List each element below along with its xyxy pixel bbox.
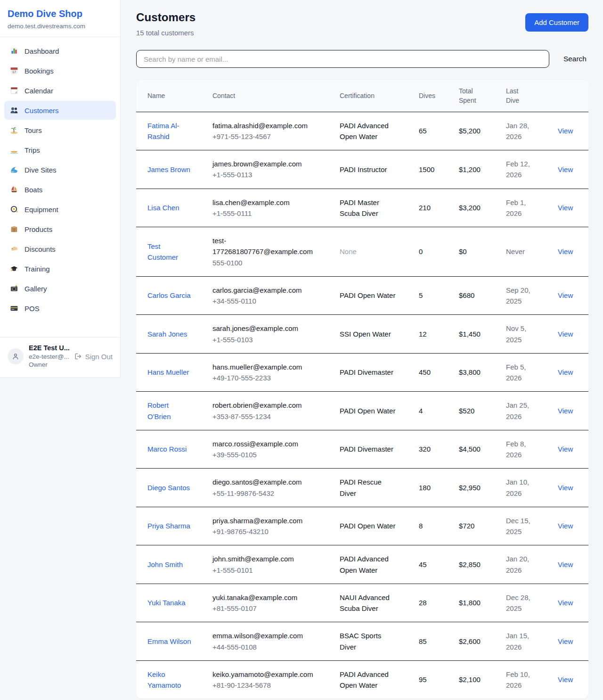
sidebar: Demo Dive Shop demo.test.divestreams.com… [0,0,121,378]
sidebar-item-tours[interactable]: Tours [4,121,116,140]
sidebar-item-calendar[interactable]: Calendar [4,81,116,100]
customer-name-link[interactable]: Hans Mueller [147,367,189,378]
table-row: Carlos Garcia carlos.garcia@example.com … [136,276,588,315]
sidebar-item-customers[interactable]: Customers [4,101,116,120]
customer-email: robert.obrien@example.com [212,400,322,411]
customer-last-dive: Never [506,246,525,257]
sidebar-item-dive-sites[interactable]: Dive Sites [4,160,116,179]
search-input[interactable] [136,50,549,68]
view-customer-link[interactable]: View [558,247,573,255]
customer-certification: NAUI Advanced Scuba Diver [340,592,398,614]
main-content: Customers 15 total customers Add Custome… [121,0,603,699]
table-row: Diego Santos diego.santos@example.com +5… [136,469,588,507]
customer-total-spent: $680 [459,291,474,299]
view-customer-link[interactable]: View [558,484,573,492]
customer-dives: 95 [419,675,427,684]
sign-out-button[interactable]: Sign Out [74,353,113,361]
customer-email: lisa.chen@example.com [212,197,322,208]
view-customer-link[interactable]: View [558,291,573,299]
customer-dives: 8 [419,522,423,530]
customer-last-dive: Feb 10, 2026 [506,669,533,691]
customer-total-spent: $2,950 [459,484,481,492]
customer-certification: PADI Advanced Open Water [340,120,398,142]
search-button[interactable]: Search [562,55,588,63]
column-header-actions [552,80,588,112]
customer-email: carlos.garcia@example.com [212,285,322,296]
sidebar-item-training[interactable]: Training [4,259,116,278]
customer-name-link[interactable]: Lisa Chen [147,202,179,213]
view-customer-link[interactable]: View [558,407,573,415]
view-customer-link[interactable]: View [558,445,573,453]
view-customer-link[interactable]: View [558,522,573,530]
view-customer-link[interactable]: View [558,637,573,645]
customer-name-link[interactable]: Robert O'Brien [147,400,191,422]
customer-certification: PADI Open Water [340,520,395,531]
customer-total-spent: $1,800 [459,599,481,607]
sidebar-item-gallery[interactable]: Gallery [4,279,116,298]
customers-table-card: NameContactCertificationDivesTotal Spent… [136,80,588,699]
customer-total-spent: $2,100 [459,675,481,684]
customer-dives: 1500 [419,165,434,173]
sidebar-item-trips[interactable]: Trips [4,140,116,159]
customer-total-spent: $2,600 [459,637,481,645]
products-icon [10,225,18,233]
table-row: Lisa Chen lisa.chen@example.com +1-555-0… [136,189,588,227]
customer-name-link[interactable]: Emma Wilson [147,636,191,647]
customer-total-spent: $5,200 [459,127,481,135]
customer-last-dive: Jan 28, 2026 [506,120,533,142]
customer-email: hans.mueller@example.com [212,362,322,372]
customer-name-link[interactable]: Keiko Yamamoto [147,669,191,691]
view-customer-link[interactable]: View [558,127,573,135]
customer-name-link[interactable]: Yuki Tanaka [147,597,186,608]
svg-text:17: 17 [12,70,16,74]
customer-phone: +1-555-0101 [212,565,328,576]
view-customer-link[interactable]: View [558,165,573,173]
view-customer-link[interactable]: View [558,560,573,568]
view-customer-link[interactable]: View [558,368,573,376]
column-header-total-spent: Total Spent [453,80,500,112]
page-title: Customers [136,11,196,24]
table-row: Marco Rossi marco.rossi@example.com +39-… [136,430,588,469]
customer-last-dive: Feb 12, 2026 [506,158,533,181]
customer-name-link[interactable]: Priya Sharma [147,520,190,531]
column-header-certification: Certification [334,80,413,112]
sidebar-item-pos[interactable]: POS [4,299,116,318]
customer-name-link[interactable]: Test Customer [147,241,191,263]
sidebar-item-dashboard[interactable]: Dashboard [4,41,116,60]
customer-name-link[interactable]: Carlos Garcia [147,290,191,301]
customer-last-dive: Nov 5, 2025 [506,323,533,345]
user-email: e2e-tester@... [29,353,69,361]
column-header-name: Name [136,80,207,112]
customer-certification: PADI Advanced Open Water [340,669,398,691]
customer-phone: +971-55-123-4567 [212,131,328,142]
view-customer-link[interactable]: View [558,599,573,607]
customer-dives: 210 [419,204,431,212]
table-row: James Brown james.brown@example.com +1-5… [136,150,588,189]
customers-icon [10,106,18,115]
customer-phone: +81-555-0107 [212,603,328,614]
calendar-icon [10,86,18,95]
customer-total-spent: $0 [459,247,467,255]
customer-name-link[interactable]: Diego Santos [147,482,190,493]
customer-name-link[interactable]: John Smith [147,559,183,570]
table-row: Test Customer test-1772681807767@example… [136,227,588,277]
customer-last-dive: Jan 15, 2026 [506,630,533,652]
customer-dives: 12 [419,330,427,338]
view-customer-link[interactable]: View [558,204,573,212]
customer-name-link[interactable]: Marco Rossi [147,444,187,454]
sidebar-item-bookings[interactable]: 17 Bookings [4,61,116,80]
dashboard-icon [10,47,18,55]
table-row: Hans Mueller hans.mueller@example.com +4… [136,353,588,392]
customer-dives: 180 [419,484,431,492]
customer-dives: 5 [419,291,423,299]
add-customer-button[interactable]: Add Customer [525,13,588,32]
view-customer-link[interactable]: View [558,330,573,338]
sidebar-item-discounts[interactable]: Discounts [4,239,116,258]
view-customer-link[interactable]: View [558,675,573,684]
sidebar-item-equipment[interactable]: Equipment [4,200,116,219]
customer-name-link[interactable]: Sarah Jones [147,329,187,339]
customer-name-link[interactable]: Fatima Al-Rashid [147,120,191,142]
sidebar-item-boats[interactable]: Boats [4,180,116,199]
sidebar-item-products[interactable]: Products [4,220,116,239]
customer-name-link[interactable]: James Brown [147,164,190,175]
